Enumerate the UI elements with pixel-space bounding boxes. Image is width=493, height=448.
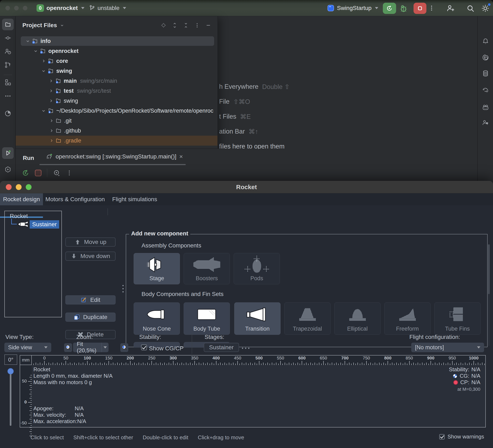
tree-row-gradle[interactable]: .gradle	[16, 136, 217, 146]
flight-config-select[interactable]: [No motors]	[411, 343, 484, 352]
services-tool-button[interactable]	[4, 166, 11, 173]
boosters-icon	[193, 257, 220, 272]
component-tree[interactable]: Rocket Sustainer	[4, 211, 62, 317]
close-icon[interactable]: ×	[179, 153, 183, 160]
tile-freeform[interactable]: Freeform	[384, 302, 431, 335]
ide-zoom-button[interactable]	[23, 6, 27, 10]
tree-row-git[interactable]: .git	[16, 116, 217, 126]
profiler-tool-button[interactable]	[4, 110, 11, 117]
stop-icon[interactable]	[35, 170, 42, 176]
folder-icon	[56, 138, 62, 144]
tile-nose-cone[interactable]: Nose Cone	[134, 302, 180, 335]
tile-tube-fins[interactable]: Tube Fins	[434, 302, 481, 335]
tile-boosters[interactable]: Boosters	[184, 253, 230, 284]
edit-button[interactable]: Edit	[65, 295, 116, 305]
ide-close-button[interactable]	[5, 6, 10, 10]
locate-file-icon[interactable]	[161, 22, 166, 28]
pods-icon	[234, 256, 280, 273]
expand-all-icon[interactable]	[172, 22, 178, 28]
stage-icon	[146, 257, 168, 273]
rerun-icon[interactable]	[22, 169, 29, 177]
plugin-assistant-icon[interactable]	[482, 104, 489, 111]
rotation-slider-track[interactable]	[10, 371, 11, 426]
shortcut-hint-row: File⇧⌘O	[219, 98, 250, 105]
project-tool-button[interactable]	[2, 19, 14, 30]
hide-panel-icon[interactable]	[205, 22, 211, 28]
search-everywhere-button[interactable]	[466, 4, 475, 13]
tree-row-test[interactable]: testswing/src/test	[16, 86, 217, 96]
tab-rocket-design[interactable]: Rocket design	[0, 193, 43, 205]
rocket-info-block: Rocket Length 0 mm, max. diameter N/A Ma…	[34, 366, 112, 386]
show-cgcp-checkbox[interactable]	[141, 345, 147, 350]
tile-body-tube[interactable]: Body Tube	[184, 302, 230, 335]
move-down-button[interactable]: Move down	[65, 251, 116, 261]
rocket-name: Rocket	[34, 366, 112, 373]
duplicate-button[interactable]: Duplicate	[65, 313, 116, 322]
vcs-widget[interactable]: unstable	[98, 0, 126, 16]
mach-note: at M=0,300	[449, 386, 480, 393]
project-widget[interactable]: openrocket	[46, 0, 84, 16]
database-icon[interactable]	[482, 70, 489, 77]
project-tree: info openrocket core swing mainswing/src	[16, 36, 217, 146]
commit-tool-button[interactable]	[4, 34, 11, 42]
code-with-me-users-icon[interactable]	[4, 48, 11, 55]
left-tool-stripe	[0, 16, 16, 187]
collapse-all-icon[interactable]	[183, 22, 189, 28]
tree-row-github[interactable]: .github	[16, 126, 217, 136]
pull-requests-tool-button[interactable]	[4, 61, 11, 68]
tile-trapezoidal[interactable]: Trapezoidal	[284, 302, 331, 335]
splitter-handle-horizontal[interactable]	[242, 348, 249, 349]
run-tab[interactable]: openrocket:swing [:swing:SwingStartup.ma…	[46, 153, 183, 160]
tree-row-info[interactable]: info	[16, 36, 217, 46]
run-button[interactable]	[383, 3, 396, 14]
gradle-icon[interactable]	[482, 87, 489, 94]
source-folder-icon	[55, 98, 61, 104]
tree-row-openrocket[interactable]: openrocket	[16, 46, 217, 56]
view-type-select[interactable]: Side view	[4, 343, 51, 352]
rocket-canvas[interactable]: 0501001502002503003504004505005506006507…	[20, 355, 486, 427]
run-tool-button[interactable]	[2, 147, 14, 159]
chat-icon[interactable]	[482, 119, 489, 126]
tree-row-swing-src[interactable]: swing	[16, 96, 217, 106]
tree-row-project-path[interactable]: ~/Desktop/Sibo/Projects/OpenRocket/Softw…	[16, 106, 217, 116]
zoom-select[interactable]: Fit (20,5%)	[73, 343, 109, 352]
ide-minimize-button[interactable]	[14, 6, 19, 10]
more-icon[interactable]	[66, 170, 73, 176]
tile-transition[interactable]: Transition	[234, 302, 280, 335]
more-actions-button[interactable]	[428, 5, 435, 11]
component-panel-scrollbar[interactable]	[488, 244, 490, 346]
project-view-selector[interactable]: Project Files	[22, 22, 65, 29]
tile-elliptical[interactable]: Elliptical	[334, 302, 381, 335]
debug-button[interactable]	[399, 3, 408, 13]
zoom-out-button[interactable]	[64, 343, 72, 352]
tile-stage[interactable]: Stage	[134, 253, 180, 284]
tab-scrollbar[interactable]	[39, 164, 186, 165]
tab-motors-configuration[interactable]: Motors & Configuration	[43, 193, 107, 205]
stage-toggle-sustainer[interactable]: Sustainer	[204, 343, 239, 352]
notifications-icon[interactable]	[482, 38, 489, 45]
structure-tool-button[interactable]	[4, 79, 11, 86]
stability-label: Stability:	[139, 334, 161, 340]
tree-row-core[interactable]: core	[16, 56, 217, 66]
tab-flight-simulations[interactable]: Flight simulations	[108, 193, 161, 205]
run-options-icon[interactable]	[53, 169, 61, 177]
show-warnings-checkbox[interactable]	[439, 434, 445, 439]
code-with-me-button[interactable]	[446, 4, 455, 13]
zoom-in-button[interactable]	[120, 343, 128, 352]
tile-pods[interactable]: Pods	[234, 253, 280, 284]
ruler-unit-label: mm	[20, 356, 32, 365]
move-up-button[interactable]: Move up	[65, 238, 116, 247]
tree-row-swing[interactable]: swing	[16, 66, 217, 76]
splitter-handle-vertical[interactable]	[123, 285, 124, 293]
stop-button[interactable]	[414, 3, 426, 14]
rotation-slider-knob[interactable]	[8, 368, 14, 374]
main-tabs: Rocket design Motors & Configuration Fli…	[0, 193, 493, 205]
ai-assistant-icon[interactable]	[482, 54, 489, 61]
chevron-right-icon	[48, 78, 54, 84]
body-tube-icon	[197, 308, 217, 321]
run-config-selector[interactable]: SwingStartup	[337, 0, 378, 16]
tree-row-main[interactable]: mainswing/src/main	[16, 76, 217, 86]
more-tools-button[interactable]	[4, 92, 11, 99]
panel-options-icon[interactable]	[194, 22, 200, 28]
tree-item-sustainer[interactable]: Sustainer	[30, 220, 59, 229]
